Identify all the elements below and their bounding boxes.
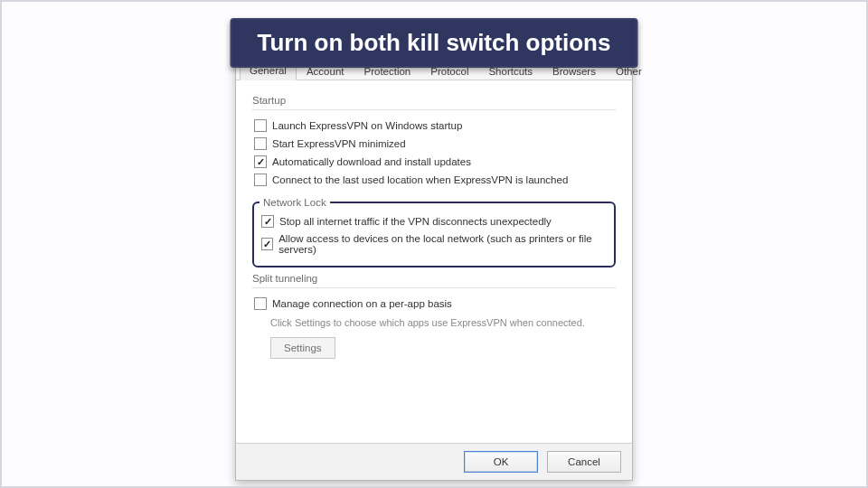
checkbox-connect-last-location[interactable]: [254, 174, 267, 186]
option-allow-local-devices[interactable]: Allow access to devices on the local net…: [259, 231, 609, 258]
divider: [252, 109, 616, 110]
option-stop-traffic[interactable]: Stop all internet traffic if the VPN dis…: [259, 213, 609, 231]
checkbox-allow-local-devices[interactable]: [261, 238, 273, 250]
checkbox-start-minimized[interactable]: [254, 137, 267, 150]
group-network-lock-highlight: Network Lock Stop all internet traffic i…: [252, 197, 616, 267]
option-label: Stop all internet traffic if the VPN dis…: [279, 216, 552, 227]
option-launch-on-startup[interactable]: Launch ExpressVPN on Windows startup: [252, 117, 616, 136]
option-label: Allow access to devices on the local net…: [278, 233, 609, 255]
option-label: Launch ExpressVPN on Windows startup: [272, 120, 462, 131]
checkbox-stop-traffic[interactable]: [261, 215, 274, 228]
option-start-minimized[interactable]: Start ExpressVPN minimized: [252, 136, 616, 154]
group-title-split-tunneling: Split tunneling: [252, 273, 616, 284]
checkbox-per-app-basis[interactable]: [254, 297, 267, 310]
option-label: Automatically download and install updat…: [272, 156, 471, 167]
callout-text: Turn on both kill switch options: [258, 29, 611, 56]
option-label: Manage connection on a per-app basis: [272, 298, 452, 309]
group-title-network-lock: Network Lock: [259, 197, 330, 208]
instruction-callout: Turn on both kill switch options: [231, 18, 638, 68]
option-per-app-basis[interactable]: Manage connection on a per-app basis: [252, 296, 616, 314]
option-label: Start ExpressVPN minimized: [272, 138, 406, 149]
option-label: Connect to the last used location when E…: [272, 174, 568, 185]
checkbox-launch-on-startup[interactable]: [254, 119, 267, 132]
option-auto-updates[interactable]: Automatically download and install updat…: [252, 154, 616, 172]
split-tunneling-hint: Click Settings to choose which apps use …: [252, 314, 616, 337]
dialog-content: Startup Launch ExpressVPN on Windows sta…: [236, 80, 632, 443]
divider: [252, 287, 616, 288]
settings-button[interactable]: Settings: [270, 337, 335, 359]
dialog-footer: OK Cancel: [236, 443, 632, 480]
checkbox-auto-updates[interactable]: [254, 155, 267, 168]
group-title-startup: Startup: [252, 95, 616, 106]
option-connect-last-location[interactable]: Connect to the last used location when E…: [252, 172, 616, 190]
ok-button[interactable]: OK: [464, 451, 538, 473]
cancel-button[interactable]: Cancel: [547, 451, 621, 473]
options-dialog: General Account Advanced Protection Prot…: [235, 56, 633, 481]
